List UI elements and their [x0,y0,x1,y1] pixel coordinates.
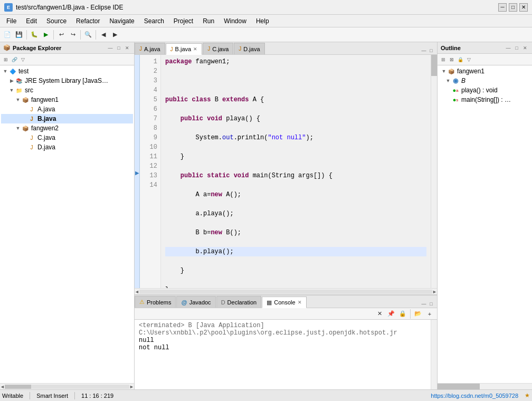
tab-bjava-close[interactable]: ✕ [193,46,197,52]
menu-source[interactable]: Source [42,16,71,26]
outline-btn-1[interactable]: ⊞ [440,56,447,63]
editor-minimize[interactable]: — [420,47,428,54]
tree-item-fangwen1[interactable]: ▼ 📦 fangwen1 [1,95,133,104]
tab-cjava[interactable]: J C.java [203,43,233,54]
tab-console[interactable]: ▦ Console ✕ [262,297,306,308]
outline-btn-2[interactable]: ⊠ [448,56,455,63]
debug-button[interactable]: 🐛 [29,30,40,40]
console-pin-button[interactable]: 📌 [386,309,396,319]
undo-button[interactable]: ↩ [56,30,66,40]
maximize-button[interactable]: □ [509,3,517,12]
close-button[interactable]: ✕ [519,3,528,12]
tree-item-djava[interactable]: J D.java [1,142,133,152]
search-button[interactable]: 🔍 [83,30,93,40]
package-explorer-panel: 📦 Package Explorer — □ ✕ ⊞ 🔗 ▽ ▼ 🔷 test [0,42,135,389]
outline-btn-4[interactable]: ▽ [465,56,472,63]
tree-item-test[interactable]: ▼ 🔷 test [1,66,133,76]
tab-declaration[interactable]: D Declaration [216,296,262,308]
collapse-all-button[interactable]: ⊞ [2,56,10,63]
toolbar-sep-1 [26,30,27,40]
menu-edit[interactable]: Edit [22,16,41,26]
tab-ajava[interactable]: J A.java [135,43,165,54]
outline-item-fangwen1[interactable]: ▼ 📦 fangwen1 [439,66,531,76]
menu-run[interactable]: Run [198,16,218,26]
editor-h-track[interactable] [139,290,432,294]
left-panel-h-scrollbar[interactable]: ◄ ► [0,383,134,389]
tree-label-bjava: B.java [37,115,56,122]
tree-item-jre[interactable]: ▶ 📚 JRE System Library [JavaS… [1,76,133,85]
editor-v-scrollbar[interactable] [431,55,437,288]
editor-scroll-left[interactable]: ◄ [135,289,139,294]
menu-help[interactable]: Help [252,16,273,26]
tree-arrow-fangwen2[interactable]: ▼ [15,125,21,131]
h-scrollbar-track[interactable] [5,385,129,389]
javadoc-icon: @ [181,299,187,305]
menu-navigate[interactable]: Navigate [105,16,138,26]
console-output-notnull: not null [139,344,426,351]
maximize-panel-button[interactable]: □ [115,44,122,52]
tab-javadoc[interactable]: @ Javadoc [176,296,215,308]
tab-djava[interactable]: J D.java [234,43,264,54]
tree-item-src[interactable]: ▼ 📁 src [1,85,133,95]
outline-item-b-class[interactable]: ▼ ◉ B [439,76,531,85]
tab-bjava[interactable]: J B.java ✕ [166,43,203,55]
menu-refactor[interactable]: Refactor [72,16,104,26]
link-editor-button[interactable]: 🔗 [11,56,18,63]
outline-tree[interactable]: ▼ 📦 fangwen1 ▼ ◉ B ● a playa() : void [438,65,532,383]
close-panel-button[interactable]: ✕ [124,44,131,52]
outline-btn-3[interactable]: 🔒 [457,56,464,63]
console-open-file[interactable]: 📂 [413,309,423,319]
panel-toolbar: ⊞ 🔗 ▽ [0,54,134,65]
tab-problems-label: Problems [147,299,171,305]
src-folder-icon: 📁 [15,86,23,94]
outline-close[interactable]: ✕ [521,44,529,52]
run-button[interactable]: ▶ [41,30,51,40]
outline-h-scrollbar[interactable] [438,383,532,389]
minimize-panel-button[interactable]: — [107,44,114,52]
minimize-button[interactable]: ─ [498,3,507,12]
tree-label-fangwen1: fangwen1 [31,96,59,103]
console-new-console[interactable]: + [424,309,435,319]
bottom-minimize[interactable]: — [420,300,428,308]
outline-maximize[interactable]: □ [513,44,520,52]
tree-item-bjava[interactable]: J B.java [1,114,133,123]
tab-console-close[interactable]: ✕ [298,300,302,305]
menu-project[interactable]: Project [169,16,197,26]
view-menu-button[interactable]: ▽ [19,56,26,63]
bottom-maximize[interactable]: □ [428,300,435,308]
tree-item-ajava[interactable]: J A.java [1,104,133,114]
editor-scroll-right[interactable]: ► [432,289,437,294]
new-button[interactable]: 📄 [2,30,13,40]
tree-arrow-fangwen1[interactable]: ▼ [15,97,21,103]
tab-problems[interactable]: ⚠ Problems [135,296,176,308]
tab-djava-icon: J [239,46,241,52]
console-output: <terminated> B [Java Application] C:\Use… [135,320,431,389]
save-button[interactable]: 💾 [14,30,24,40]
package-explorer-tree[interactable]: ▼ 🔷 test ▶ 📚 JRE System Library [JavaS… … [0,65,134,383]
menu-file[interactable]: File [2,16,21,26]
tree-arrow-test[interactable]: ▼ [2,68,8,74]
no-arrow-bjava [21,116,27,122]
menu-window[interactable]: Window [220,16,251,26]
editor-h-scrollbar[interactable]: ◄ ► [135,288,437,294]
console-clear-button[interactable]: ✕ [374,309,385,319]
window-title: test/src/fangwen1/B.java - Eclipse IDE [16,4,123,11]
tree-arrow-src[interactable]: ▼ [8,87,15,93]
outline-minimize[interactable]: — [505,44,512,52]
code-editor[interactable]: package fangwen1; public class B extends… [161,55,431,288]
console-v-scrollbar[interactable] [431,320,437,389]
outline-item-playa[interactable]: ● a playa() : void [439,85,531,95]
console-scroll-lock[interactable]: 🔒 [397,309,408,319]
tree-item-cjava[interactable]: J C.java [1,133,133,142]
outline-item-main[interactable]: ● s main(String[]) : … [439,95,531,104]
prev-edit-button[interactable]: ◀ [98,30,109,40]
scroll-left-arrow[interactable]: ◄ [0,384,5,389]
tree-item-fangwen2[interactable]: ▼ 📦 fangwen2 [1,123,133,133]
tree-arrow-jre[interactable]: ▶ [8,78,15,84]
editor-maximize[interactable]: □ [428,47,435,54]
redo-button[interactable]: ↪ [68,30,78,40]
title-bar-controls: ─ □ ✕ [498,3,528,12]
next-edit-button[interactable]: ▶ [110,30,120,40]
scroll-right-arrow[interactable]: ► [129,384,134,389]
menu-search[interactable]: Search [140,16,168,26]
